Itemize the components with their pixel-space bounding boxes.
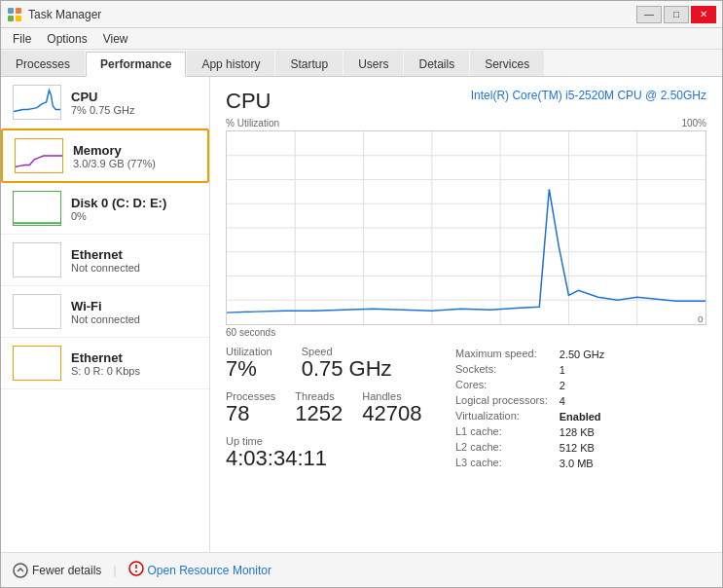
resource-monitor-label: Open Resource Monitor (148, 564, 271, 577)
svg-rect-0 (8, 8, 14, 14)
l2-row: L2 cache: 512 KB (455, 441, 604, 455)
open-resource-monitor-link[interactable]: Open Resource Monitor (128, 561, 271, 579)
utilization-value: 7% (226, 357, 272, 381)
tab-startup[interactable]: Startup (275, 51, 343, 76)
l1-label: L1 cache: (455, 425, 558, 439)
speed-value: 0.75 GHz (302, 357, 392, 381)
disk-name: Disk 0 (C: D: E:) (71, 196, 166, 210)
max-speed-label: Maximum speed: (455, 348, 558, 361)
maximize-button[interactable]: □ (664, 6, 689, 23)
l2-label: L2 cache: (455, 441, 558, 455)
cpu-model: Intel(R) Core(TM) i5-2520M CPU @ 2.50GHz (471, 89, 706, 102)
ethernet2-thumbnail (13, 346, 61, 381)
tab-app-history[interactable]: App history (187, 51, 274, 76)
sidebar-item-ethernet2[interactable]: Ethernet S: 0 R: 0 Kbps (1, 338, 209, 389)
fewer-details-button[interactable]: Fewer details (13, 563, 101, 578)
uptime-stat: Up time 4:03:34:11 (226, 435, 453, 470)
chart-time-label: 60 seconds (226, 327, 706, 338)
l1-row: L1 cache: 128 KB (455, 425, 604, 439)
sidebar-item-memory[interactable]: Memory 3.0/3.9 GB (77%) (1, 129, 209, 183)
wifi-name: Wi-Fi (71, 299, 140, 313)
window-title: Task Manager (28, 8, 101, 21)
specs-table: Maximum speed: 2.50 GHz Sockets: 1 Cores… (453, 346, 606, 472)
tab-processes[interactable]: Processes (1, 51, 85, 76)
l2-value: 512 KB (560, 441, 604, 455)
ethernet2-info: Ethernet S: 0 R: 0 Kbps (71, 350, 140, 377)
sockets-value: 1 (560, 363, 604, 377)
memory-info: Memory 3.0/3.9 GB (77%) (73, 143, 156, 169)
wifi-info: Wi-Fi Not connected (71, 299, 140, 325)
left-panel: CPU 7% 0.75 GHz Memory 3.0/3.9 GB (77%) (1, 77, 210, 552)
main-content: CPU 7% 0.75 GHz Memory 3.0/3.9 GB (77%) (1, 77, 722, 552)
tab-details[interactable]: Details (404, 51, 469, 76)
ethernet1-thumbnail (13, 242, 61, 277)
svg-text:0: 0 (698, 313, 704, 324)
processes-value: 78 (226, 402, 275, 425)
sockets-row: Sockets: 1 (455, 363, 604, 377)
wifi-value: Not connected (71, 313, 140, 325)
utilization-stat: Utilization 7% (226, 346, 272, 381)
fewer-details-icon (13, 563, 28, 578)
tab-services[interactable]: Services (470, 51, 544, 76)
resource-monitor-icon (128, 561, 144, 579)
handles-stat: Handles 42708 (362, 390, 421, 425)
stats-container: Utilization 7% Speed 0.75 GHz Processes … (226, 346, 706, 477)
detail-title: CPU (226, 89, 271, 114)
menu-view[interactable]: View (99, 31, 132, 47)
title-bar-controls: — □ ✕ (636, 6, 716, 23)
threads-stat: Threads 1252 (295, 390, 343, 425)
title-bar: Task Manager — □ ✕ (1, 1, 722, 28)
chart-labels: % Utilization 100% (226, 118, 706, 129)
stats-left: Utilization 7% Speed 0.75 GHz Processes … (226, 346, 453, 477)
virt-value: Enabled (560, 410, 604, 423)
speed-stat: Speed 0.75 GHz (302, 346, 392, 381)
chart-y-label: % Utilization (226, 118, 279, 129)
uptime-value: 4:03:34:11 (226, 447, 453, 470)
l1-value: 128 KB (560, 425, 604, 439)
cpu-name: CPU (71, 90, 134, 104)
memory-value: 3.0/3.9 GB (77%) (73, 158, 156, 169)
sidebar-item-wifi[interactable]: Wi-Fi Not connected (1, 286, 209, 338)
svg-rect-1 (16, 8, 21, 14)
tab-users[interactable]: Users (343, 51, 403, 76)
sidebar-item-cpu[interactable]: CPU 7% 0.75 GHz (1, 77, 209, 129)
memory-name: Memory (73, 143, 156, 158)
separator: | (113, 564, 116, 577)
close-button[interactable]: ✕ (691, 6, 716, 23)
cpu-thumbnail (13, 85, 61, 120)
title-bar-left: Task Manager (7, 7, 101, 22)
svg-rect-3 (16, 16, 21, 21)
handles-value: 42708 (362, 402, 421, 425)
max-speed-row: Maximum speed: 2.50 GHz (455, 348, 604, 361)
cpu-info: CPU 7% 0.75 GHz (71, 90, 134, 116)
sidebar-item-disk0[interactable]: Disk 0 (C: D: E:) 0% (1, 183, 209, 235)
menu-bar: File Options View (1, 28, 722, 50)
disk-info: Disk 0 (C: D: E:) 0% (71, 196, 166, 222)
logical-value: 4 (560, 394, 604, 408)
virt-label: Virtualization: (455, 410, 558, 423)
app-icon (7, 7, 22, 22)
cores-label: Cores: (455, 379, 558, 392)
right-panel: CPU Intel(R) Core(TM) i5-2520M CPU @ 2.5… (210, 77, 722, 552)
menu-options[interactable]: Options (43, 31, 90, 47)
l3-row: L3 cache: 3.0 MB (455, 457, 604, 470)
svg-rect-2 (8, 16, 14, 21)
sidebar-item-ethernet1[interactable]: Ethernet Not connected (1, 235, 209, 286)
threads-value: 1252 (295, 402, 343, 425)
tab-performance[interactable]: Performance (86, 52, 186, 77)
menu-file[interactable]: File (9, 31, 35, 47)
sockets-label: Sockets: (455, 363, 558, 377)
minimize-button[interactable]: — (636, 6, 662, 23)
cpu-header: CPU Intel(R) Core(TM) i5-2520M CPU @ 2.5… (226, 89, 706, 114)
svg-point-18 (14, 564, 27, 577)
logical-label: Logical processors: (455, 394, 558, 408)
disk-thumbnail (13, 191, 61, 226)
l3-value: 3.0 MB (560, 457, 604, 470)
ethernet2-name: Ethernet (71, 350, 140, 365)
chart-container: % Utilization 100% (226, 118, 706, 338)
max-speed-value: 2.50 GHz (560, 348, 604, 361)
logical-row: Logical processors: 4 (455, 394, 604, 408)
l3-label: L3 cache: (455, 457, 558, 470)
ethernet2-value: S: 0 R: 0 Kbps (71, 365, 140, 377)
fewer-details-label: Fewer details (32, 564, 101, 577)
